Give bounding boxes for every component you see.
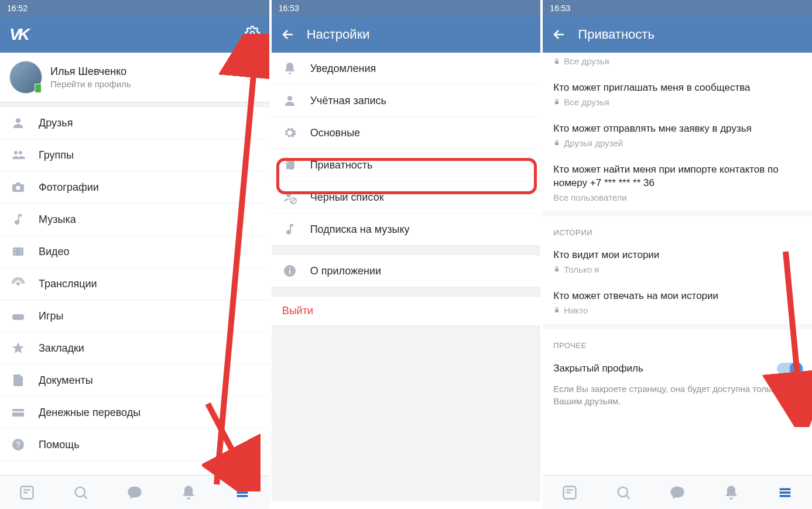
status-bar: 16:52 <box>0 0 269 16</box>
lock-icon <box>553 307 560 314</box>
tab-messages[interactable] <box>669 484 686 501</box>
tab-feed[interactable] <box>561 484 578 501</box>
menu-label: Выйти <box>282 305 530 317</box>
status-bar: 16:53 <box>543 0 812 16</box>
menu-label: Игры <box>39 310 259 322</box>
tab-feed[interactable] <box>19 484 35 501</box>
switch-knob <box>790 362 803 375</box>
svg-line-37 <box>292 199 295 202</box>
settings-music-sub[interactable]: Подписка на музыку <box>272 214 541 246</box>
separator <box>272 246 541 255</box>
star-icon <box>11 341 26 356</box>
menu-photos[interactable]: Фотографии <box>0 171 269 204</box>
privacy-value: Только я <box>564 264 599 274</box>
privacy-title: Кто может найти меня при импорте контакт… <box>553 163 801 190</box>
settings-privacy[interactable]: Приватность <box>272 149 541 181</box>
privacy-title: Кто может отправлять мне заявку в друзья <box>553 122 801 136</box>
menu-label: Помощь <box>39 439 259 451</box>
closed-profile-description: Если Вы закроете страницу, она будет дос… <box>543 380 812 419</box>
block-icon <box>282 190 297 205</box>
arrow-left-icon <box>552 27 566 42</box>
header: Настройки <box>272 16 541 53</box>
separator <box>543 324 812 329</box>
menu-live[interactable]: Трансляции <box>0 268 269 300</box>
svg-point-8 <box>19 151 22 154</box>
avatar <box>9 61 42 94</box>
menu-label: Чёрный список <box>310 191 530 204</box>
menu-docs[interactable]: Документы <box>0 364 269 397</box>
settings-about[interactable]: О приложении <box>272 255 541 287</box>
menu-label: Учётная запись <box>310 95 530 107</box>
svg-rect-16 <box>12 409 24 417</box>
menu-label: Трансляции <box>39 278 259 290</box>
privacy-row-find-by-phone[interactable]: Кто может найти меня при импорте контакт… <box>543 156 812 211</box>
tab-messages[interactable] <box>126 484 143 501</box>
menu-label: О приложении <box>310 265 530 277</box>
menu-video[interactable]: Видео <box>0 236 269 268</box>
content: Все друзья Кто может приглашать меня в с… <box>543 53 812 475</box>
camera-icon <box>11 180 26 195</box>
content: Уведомления Учётная запись Основные Прив… <box>272 53 541 509</box>
settings-gear-button[interactable] <box>245 26 260 43</box>
separator <box>0 102 269 107</box>
menu-help[interactable]: ? Помощь <box>0 429 269 461</box>
profile-row[interactable]: Илья Шевченко Перейти в профиль <box>0 53 269 102</box>
menu-label: Группы <box>39 149 259 161</box>
document-icon <box>11 373 26 388</box>
svg-rect-17 <box>12 411 24 412</box>
back-button[interactable] <box>281 27 295 42</box>
menu-groups[interactable]: Группы <box>0 139 269 171</box>
tab-notifications[interactable] <box>723 484 739 501</box>
music-icon <box>11 212 26 227</box>
header-title: Настройки <box>307 27 370 42</box>
tab-search[interactable] <box>73 484 89 501</box>
menu-music[interactable]: Музыка <box>0 204 269 236</box>
tab-notifications[interactable] <box>180 484 197 501</box>
menu-bookmarks[interactable]: Закладки <box>0 332 269 364</box>
svg-point-12 <box>15 253 16 254</box>
svg-point-6 <box>16 118 20 123</box>
settings-account[interactable]: Учётная запись <box>272 85 541 117</box>
tab-menu[interactable] <box>234 484 251 501</box>
separator <box>543 211 812 216</box>
settings-logout[interactable]: Выйти <box>272 297 541 326</box>
svg-point-7 <box>14 151 18 154</box>
settings-general[interactable]: Основные <box>272 117 541 149</box>
screen-settings: 16:53 Настройки Уведомления Учётная запи… <box>272 0 541 509</box>
profile-info: Илья Шевченко Перейти в профиль <box>50 66 131 89</box>
privacy-title: Кто видит мои истории <box>553 249 801 262</box>
privacy-row-invite-groups[interactable]: Кто может приглашать меня в сообщества В… <box>543 74 812 115</box>
privacy-row-stories-view[interactable]: Кто видит мои истории Только я <box>543 242 812 283</box>
menu-label: Друзья <box>39 117 259 129</box>
menu-money[interactable]: Денежные переводы <box>0 397 269 429</box>
menu-games[interactable]: Игры <box>0 300 269 332</box>
lock-icon <box>553 58 560 65</box>
profile-name: Илья Шевченко <box>50 66 131 78</box>
privacy-row-friend-requests[interactable]: Кто может отправлять мне заявку в друзья… <box>543 115 812 156</box>
svg-point-9 <box>16 186 20 190</box>
svg-point-13 <box>20 249 22 250</box>
tab-search[interactable] <box>615 484 632 501</box>
settings-blacklist[interactable]: Чёрный список <box>272 181 541 214</box>
gamepad-icon <box>11 308 26 324</box>
svg-text:?: ? <box>16 440 20 449</box>
menu-label: Музыка <box>39 214 259 226</box>
svg-point-40 <box>289 267 290 269</box>
lock-icon <box>553 266 560 273</box>
settings-notifications[interactable]: Уведомления <box>272 53 541 85</box>
svg-line-49 <box>626 495 630 498</box>
privacy-value: Друзья друзей <box>564 138 623 148</box>
privacy-title: Кто может отвечать на мои истории <box>553 290 801 303</box>
gear-icon <box>245 26 260 41</box>
tab-menu[interactable] <box>777 484 793 501</box>
status-time: 16:52 <box>7 4 28 13</box>
privacy-row-stories-reply[interactable]: Кто может отвечать на мои истории Никто <box>543 283 812 324</box>
privacy-closed-profile[interactable]: Закрытый профиль <box>543 355 812 380</box>
closed-profile-switch[interactable] <box>777 363 801 374</box>
menu-friends[interactable]: Друзья <box>0 107 269 139</box>
privacy-icon <box>282 157 297 173</box>
svg-point-14 <box>20 253 22 254</box>
menu-label: Фотографии <box>39 181 259 194</box>
back-button[interactable] <box>552 27 566 42</box>
privacy-row-truncated[interactable]: Все друзья <box>543 53 812 74</box>
